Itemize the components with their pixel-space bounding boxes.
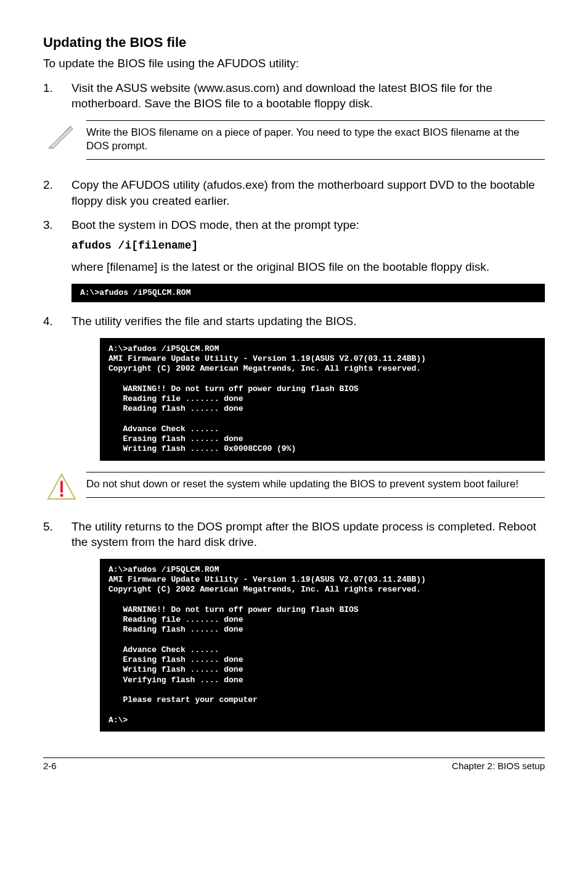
terminal-output-1: A:\>afudos /iP5QLCM.ROM: [71, 284, 545, 302]
chapter-label: Chapter 2: BIOS setup: [452, 761, 545, 771]
step-4: 4. The utility verifies the file and sta…: [43, 313, 545, 329]
step-1: 1. Visit the ASUS website (www.asus.com)…: [43, 80, 545, 112]
svg-point-2: [60, 493, 63, 497]
step-number: 2.: [43, 177, 71, 208]
terminal-output-2: A:\>afudos /iP5QLCM.ROM AMI Firmware Upd…: [100, 338, 545, 461]
svg-line-0: [55, 126, 71, 142]
note-text: Do not shut down or reset the system whi…: [86, 472, 545, 498]
step-number: 3.: [43, 217, 71, 275]
step-5: 5. The utility returns to the DOS prompt…: [43, 519, 545, 550]
step-text: Copy the AFUDOS utility (afudos.exe) fro…: [71, 177, 545, 208]
step-2: 2. Copy the AFUDOS utility (afudos.exe) …: [43, 177, 545, 208]
step-number: 5.: [43, 519, 71, 550]
step-3: 3. Boot the system in DOS mode, then at …: [43, 217, 545, 275]
step-text: The utility verifies the file and starts…: [71, 313, 545, 329]
command-text: afudos /i[filename]: [71, 238, 545, 253]
section-heading: Updating the BIOS file: [43, 35, 545, 51]
intro-text: To update the BIOS file using the AFUDOS…: [43, 56, 545, 72]
pencil-icon: [43, 120, 80, 150]
step-text: Boot the system in DOS mode, then at the…: [71, 217, 545, 233]
page-footer: 2-6 Chapter 2: BIOS setup: [43, 757, 545, 771]
step-number: 4.: [43, 313, 71, 329]
step-text: where [filename] is the latest or the or…: [71, 259, 545, 275]
terminal-output-3: A:\>afudos /iP5QLCM.ROM AMI Firmware Upd…: [100, 559, 545, 732]
page-number: 2-6: [43, 761, 57, 771]
step-text: Visit the ASUS website (www.asus.com) an…: [71, 80, 545, 112]
warning-icon: [43, 472, 80, 501]
note-text: Write the BIOS filename on a piece of pa…: [86, 120, 545, 160]
note-pencil: Write the BIOS filename on a piece of pa…: [43, 120, 545, 160]
step-number: 1.: [43, 80, 71, 112]
step-text: The utility returns to the DOS prompt af…: [71, 519, 545, 550]
note-warning: Do not shut down or reset the system whi…: [43, 472, 545, 501]
